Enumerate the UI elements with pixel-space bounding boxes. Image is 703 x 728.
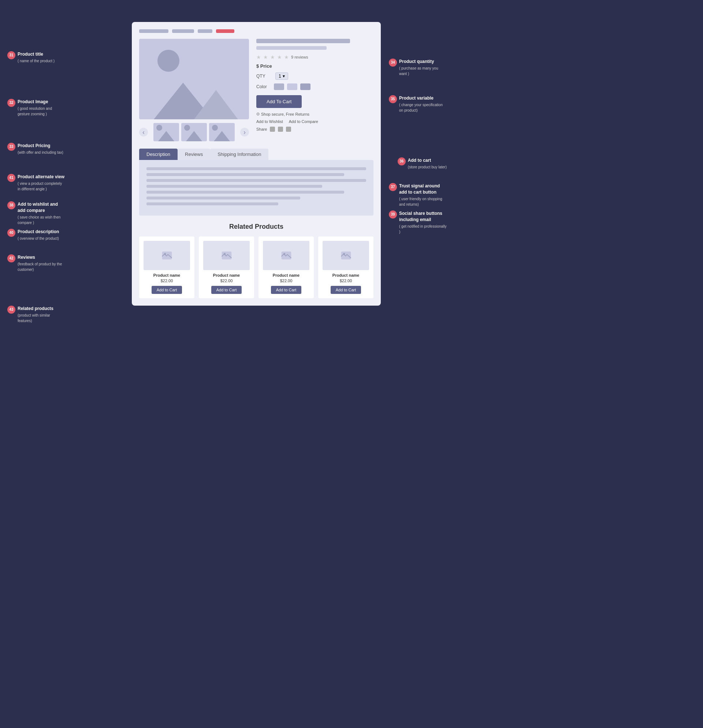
desc-42: Reviews (feedback of product by the cust… — [17, 254, 65, 273]
annotation-38: 38 Add to wishlist and add compare ( sav… — [7, 201, 65, 225]
badge-41: 41 — [7, 174, 15, 182]
annotation-33: 33 Product Pricing (with offer and inclu… — [7, 143, 63, 155]
svg-point-5 — [284, 253, 285, 255]
product-subtitle-block — [256, 46, 327, 50]
outer-wrapper: 31 Product title ( name of the product )… — [7, 22, 447, 306]
annotation-35: 35 Product variable ( change your specif… — [389, 95, 447, 113]
main-image-box — [139, 39, 249, 119]
badge-38: 38 — [7, 201, 15, 209]
image-placeholder-icon-3 — [281, 250, 292, 261]
related-product-3-image — [263, 241, 310, 270]
tab-content-area — [139, 160, 373, 215]
badge-40: 40 — [7, 229, 15, 237]
desc-40: Product description ( overview of the pr… — [17, 229, 59, 241]
desc-37: Trust signal around add to cart button (… — [399, 183, 447, 207]
annotation-40: 40 Product description ( overview of the… — [7, 229, 59, 241]
image-placeholder-icon-1 — [161, 250, 173, 261]
desc-36: Add to cart (store product buy later) — [408, 157, 447, 170]
tabs-section: Description Reviews Shipping Information — [139, 149, 373, 215]
image-placeholder-icon-2 — [221, 250, 233, 261]
badge-42: 42 — [7, 254, 15, 263]
nav-bar — [139, 29, 373, 33]
thumb-mini-circle-3 — [212, 125, 218, 131]
thumbnails-row: ‹ — [139, 123, 249, 141]
star-1: ★ — [256, 54, 261, 60]
content-line-5 — [146, 191, 344, 194]
color-label: Color — [256, 84, 271, 89]
annotation-39: 39 Social share buttons including email … — [389, 211, 447, 235]
stars-row: ★ ★ ★ ★ ★ 9 reviews — [256, 54, 373, 60]
share-label: Share — [256, 127, 267, 131]
qty-dropdown-icon: ▾ — [283, 74, 285, 79]
thumbnail-2[interactable] — [181, 123, 207, 141]
related-product-1-image — [143, 241, 190, 270]
badge-37: 37 — [389, 183, 397, 191]
desc-31: Product title ( name of the product ) — [17, 51, 55, 64]
page-wrapper: 31 Product title ( name of the product )… — [7, 22, 696, 306]
prev-thumbnail-button[interactable]: ‹ — [139, 128, 148, 137]
color-swatch-1[interactable] — [274, 84, 284, 90]
qty-select[interactable]: 1 ▾ — [275, 72, 288, 80]
content-line-3 — [146, 179, 366, 182]
svg-point-7 — [343, 253, 345, 255]
svg-point-1 — [164, 253, 166, 255]
next-thumbnail-button[interactable]: › — [240, 128, 249, 137]
related-product-1-add-to-cart[interactable]: Add to Cart — [152, 286, 182, 294]
related-product-4: Product name $22.00 Add to Cart — [318, 237, 373, 298]
color-swatch-2[interactable] — [287, 84, 297, 90]
desc-34: Product quantity ( purchase as many you … — [399, 59, 447, 77]
thumbnail-1[interactable] — [153, 123, 179, 141]
badge-34: 34 — [389, 59, 397, 66]
twitter-icon[interactable] — [278, 127, 283, 132]
trust-signal-text: Shop secure, Free Returns — [261, 112, 310, 116]
annotation-43: 43 Related products (product with simila… — [7, 306, 65, 324]
tab-reviews[interactable]: Reviews — [178, 149, 210, 160]
star-3: ★ — [270, 54, 275, 60]
tab-description[interactable]: Description — [139, 149, 178, 160]
related-product-3: Product name $22.00 Add to Cart — [259, 237, 314, 298]
related-products-section: Related Products Product name $22.00 Add… — [139, 223, 373, 298]
add-to-compare-link[interactable]: Add to Compare — [289, 119, 318, 124]
price-label: $ Price — [256, 63, 272, 69]
annotation-32: 32 Product Image ( good resolution and g… — [7, 99, 65, 117]
related-product-4-image — [323, 241, 369, 270]
related-product-2-add-to-cart[interactable]: Add to Cart — [211, 286, 242, 294]
desc-39: Social share buttons including email ( g… — [399, 211, 447, 235]
star-4: ★ — [277, 54, 282, 60]
nav-block-1 — [139, 29, 168, 33]
thumb-mini-circle-1 — [156, 125, 162, 131]
qty-value: 1 — [279, 74, 281, 79]
add-to-cart-button[interactable]: Add To Cart — [256, 95, 302, 108]
annotation-36: 36 Add to cart (store product buy later) — [398, 157, 447, 170]
thumb-mini-circle-2 — [184, 125, 190, 131]
trust-signal: ⊙ Shop secure, Free Returns — [256, 112, 373, 116]
related-product-2-image — [203, 241, 250, 270]
star-2: ★ — [263, 54, 268, 60]
add-to-wishlist-link[interactable]: Add to Wishlist — [256, 119, 283, 124]
annotation-31: 31 Product title ( name of the product ) — [7, 51, 55, 64]
image-triangle-2 — [194, 90, 238, 119]
thumbnail-list — [151, 123, 237, 141]
product-detail: ‹ — [139, 39, 373, 141]
email-icon[interactable] — [286, 127, 291, 132]
price-row: $ Price — [256, 63, 373, 69]
desc-33: Product Pricing (with offer and includin… — [17, 143, 63, 155]
thumbnail-3[interactable] — [209, 123, 235, 141]
desc-43: Related products (product with similar f… — [17, 306, 65, 324]
badge-33: 33 — [7, 143, 15, 151]
related-product-3-add-to-cart[interactable]: Add to Cart — [271, 286, 302, 294]
tab-shipping[interactable]: Shipping Information — [210, 149, 268, 160]
related-product-4-add-to-cart[interactable]: Add to Cart — [331, 286, 362, 294]
related-product-4-price: $22.00 — [323, 279, 369, 283]
desc-41: Product alternate view ( view a product … — [17, 174, 65, 192]
badge-35: 35 — [389, 95, 397, 103]
product-title-block — [256, 39, 350, 43]
star-5: ★ — [284, 54, 289, 60]
content-line-1 — [146, 167, 366, 170]
badge-31: 31 — [7, 51, 15, 59]
color-swatch-3[interactable] — [300, 84, 311, 90]
facebook-icon[interactable] — [270, 127, 275, 132]
annotation-34: 34 Product quantity ( purchase as many y… — [389, 59, 447, 77]
content-line-6 — [146, 196, 300, 199]
image-circle-decoration — [158, 50, 179, 72]
